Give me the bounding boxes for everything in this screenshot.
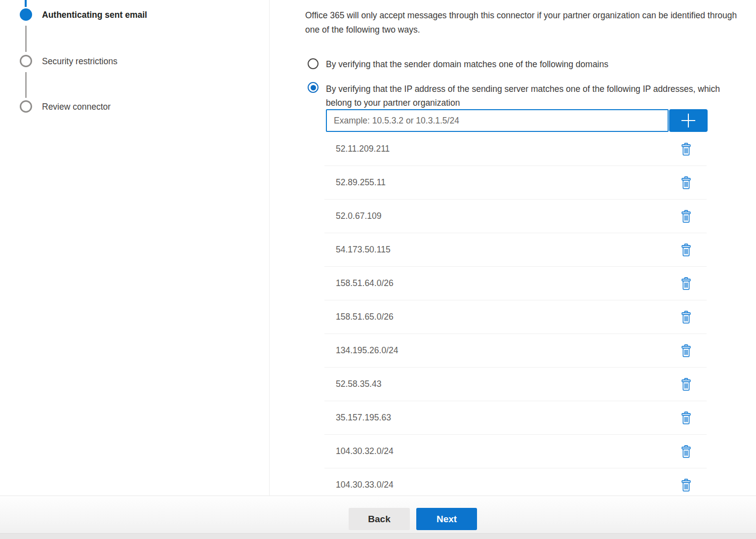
ip-value: 52.89.255.11 <box>336 177 679 188</box>
option-sender-domain-label: By verifying that the sender domain matc… <box>326 59 608 70</box>
ip-row: 158.51.64.0/26 <box>324 267 707 300</box>
delete-ip-button[interactable] <box>679 242 693 258</box>
wizard-steps-nav: Authenticating sent email Security restr… <box>0 0 269 496</box>
ip-entry-row <box>326 109 708 132</box>
step-connector-line <box>25 26 27 52</box>
ip-value: 158.51.65.0/26 <box>336 312 679 322</box>
ip-row: 104.30.33.0/24 <box>324 468 707 496</box>
trash-icon <box>680 344 692 358</box>
step-label-authenticating[interactable]: Authenticating sent email <box>42 10 147 20</box>
ip-value: 134.195.26.0/24 <box>336 345 679 356</box>
trash-icon <box>680 411 692 425</box>
trash-icon <box>680 243 692 257</box>
ip-row: 35.157.195.63 <box>324 401 707 435</box>
bottom-strip <box>0 533 756 539</box>
trash-icon <box>680 176 692 190</box>
option-ip-address-label: By verifying that the IP address of the … <box>326 82 732 110</box>
step-indicator-security <box>20 55 32 67</box>
option-sender-domain[interactable]: By verifying that the sender domain matc… <box>308 58 608 70</box>
step-indicator-authenticating <box>20 8 32 21</box>
ip-value: 52.0.67.109 <box>336 211 679 221</box>
radio-unselected-icon[interactable] <box>308 58 318 69</box>
delete-ip-button[interactable] <box>679 309 693 325</box>
wizard-footer: Back Next <box>0 496 756 539</box>
trash-icon <box>680 310 692 324</box>
delete-ip-button[interactable] <box>679 410 693 426</box>
trash-icon <box>680 445 692 458</box>
delete-ip-button[interactable] <box>679 276 693 291</box>
ip-address-input[interactable] <box>326 109 669 132</box>
ip-row: 158.51.65.0/26 <box>324 300 707 334</box>
trash-icon <box>680 377 692 391</box>
authenticating-step-content: Office 365 will only accept messages thr… <box>305 0 756 496</box>
step-label-security[interactable]: Security restrictions <box>42 56 118 67</box>
ip-value: 104.30.32.0/24 <box>336 446 679 456</box>
plus-icon <box>680 113 696 128</box>
trash-icon <box>680 478 692 492</box>
ip-value: 52.11.209.211 <box>336 144 679 154</box>
delete-ip-button[interactable] <box>679 175 693 191</box>
ip-value: 52.58.35.43 <box>336 379 679 389</box>
delete-ip-button[interactable] <box>679 444 693 459</box>
ip-row: 52.58.35.43 <box>324 368 707 401</box>
ip-row: 52.89.255.11 <box>324 166 707 200</box>
delete-ip-button[interactable] <box>679 141 693 157</box>
ip-row: 134.195.26.0/24 <box>324 334 707 368</box>
ip-value: 35.157.195.63 <box>336 413 679 423</box>
ip-row: 104.30.32.0/24 <box>324 435 707 468</box>
next-button[interactable]: Next <box>416 508 477 530</box>
delete-ip-button[interactable] <box>679 376 693 392</box>
ip-value: 104.30.33.0/24 <box>336 480 679 490</box>
delete-ip-button[interactable] <box>679 343 693 359</box>
back-button[interactable]: Back <box>349 508 410 530</box>
nav-content-divider <box>269 0 270 496</box>
delete-ip-button[interactable] <box>679 208 693 224</box>
ip-list: 52.11.209.211 52.89.255.11 <box>324 132 707 496</box>
step-connector-line <box>25 72 27 98</box>
radio-selected-icon[interactable] <box>308 82 318 93</box>
trash-icon <box>680 142 692 156</box>
intro-text: Office 365 will only accept messages thr… <box>305 8 754 37</box>
ip-row: 52.0.67.109 <box>324 200 707 233</box>
trash-icon <box>680 209 692 223</box>
connector-wizard-page: Authenticating sent email Security restr… <box>0 0 756 539</box>
delete-ip-button[interactable] <box>679 477 693 493</box>
ip-row: 54.173.50.115 <box>324 233 707 267</box>
trash-icon <box>680 277 692 290</box>
option-ip-address[interactable]: By verifying that the IP address of the … <box>308 82 732 110</box>
ip-row: 52.11.209.211 <box>324 132 707 166</box>
ip-value: 158.51.64.0/26 <box>336 278 679 289</box>
add-ip-button[interactable] <box>669 109 708 132</box>
ip-value: 54.173.50.115 <box>336 245 679 255</box>
step-label-review[interactable]: Review connector <box>42 102 111 112</box>
step-rail-segment <box>25 0 27 7</box>
step-indicator-review <box>20 100 32 113</box>
